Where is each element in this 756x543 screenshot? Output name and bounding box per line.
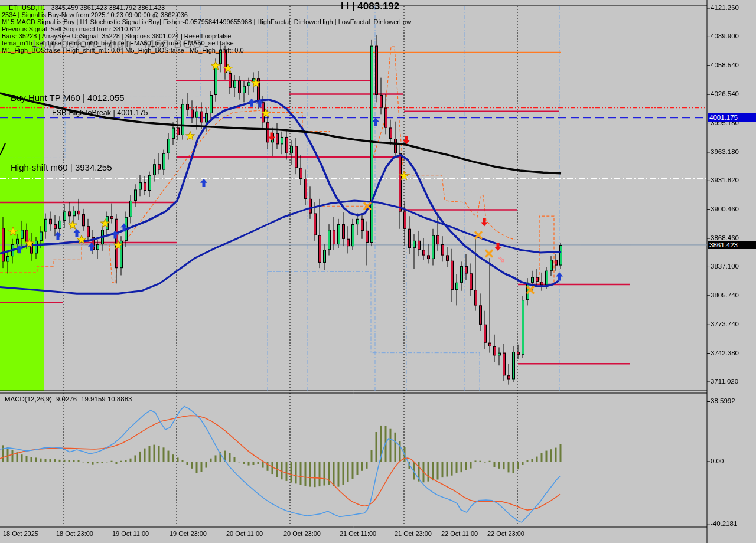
time-axis-label: 18 Oct 23:00 — [56, 530, 93, 537]
indicator-status-line: M15 MACD Signal is:Buy | H1 Stochastic S… — [2, 18, 411, 25]
fsb-high-to-break-label: FSB-HighToBreak | 4001.175 — [52, 109, 148, 117]
current-price-badge: 3861.423 — [708, 241, 756, 249]
price-and-macd-chart-canvas[interactable] — [0, 0, 756, 543]
price-axis-label: 4121.260 — [711, 4, 739, 11]
trading-chart-window: ETHUSD,H1 3845.459 3861.423 3841.792 386… — [0, 0, 756, 543]
page-title: I I | 4083.192 — [341, 1, 399, 12]
price-axis-label: 3900.460 — [711, 205, 739, 212]
price-axis-label: 3931.820 — [711, 176, 739, 184]
previous-signal-line: Previous Signal :Sell-Stop-macd from: 38… — [2, 25, 141, 32]
time-axis-label: 19 Oct 11:00 — [112, 530, 149, 537]
tema-ema-status-line: tema_m1h_sell:false | tema_m60_buy:true … — [2, 40, 234, 47]
bos-status-line: M1_High_BOS:false | High_shift_m1: 0.0 |… — [2, 47, 244, 54]
price-axis-label: 3711.020 — [711, 378, 738, 385]
time-axis-label: 20 Oct 11:00 — [226, 530, 263, 537]
price-axis-label: 3805.740 — [711, 292, 739, 299]
time-axis-label: 21 Oct 23:00 — [395, 530, 432, 537]
price-axis-label: 4089.900 — [711, 32, 739, 40]
time-axis-label: 22 Oct 11:00 — [441, 530, 478, 537]
bars-stoploss-line: Bars: 35228 | ArraySize UpSignal: 35228 … — [2, 32, 231, 40]
signal-line-text: 2534 | Signal is Buy-New from:2025.10.23… — [2, 11, 188, 18]
price-axis-label: 3963.180 — [711, 148, 739, 155]
time-axis-label: 20 Oct 23:00 — [284, 530, 321, 537]
time-axis-label: 19 Oct 23:00 — [170, 530, 207, 537]
price-axis-label: 4026.540 — [711, 90, 739, 97]
high-shift-label: High-shift m60 | 3934.255 — [11, 162, 112, 172]
macd-indicator-label: MACD(12,26,9) -9.0276 -19.9159 10.8883 — [5, 395, 132, 403]
price-axis-label: 3742.380 — [711, 349, 739, 356]
time-axis-label: 21 Oct 11:00 — [340, 530, 376, 537]
price-axis-label: 3837.100 — [711, 263, 739, 270]
price-axis-label: 3773.740 — [711, 320, 739, 328]
price-axis-label: 4058.540 — [711, 61, 739, 68]
symbol-ohlc-line: ETHUSD,H1 3845.459 3861.423 3841.792 386… — [9, 4, 165, 11]
time-axis-label: 22 Oct 23:00 — [487, 530, 524, 537]
highlight-price-badge: 4001.175 — [708, 113, 756, 122]
macd-axis-label: 0.00 — [711, 457, 724, 465]
macd-axis-label: -40.2181 — [711, 520, 737, 527]
time-axis-label: 18 Oct 2025 — [3, 530, 38, 537]
sell-pointer-icon: ⇘ — [498, 254, 506, 264]
buy-hunt-tp-label: Buy Hunt TP M60 | 4012.055 — [11, 93, 125, 103]
macd-axis-label: 38.5992 — [711, 397, 735, 404]
